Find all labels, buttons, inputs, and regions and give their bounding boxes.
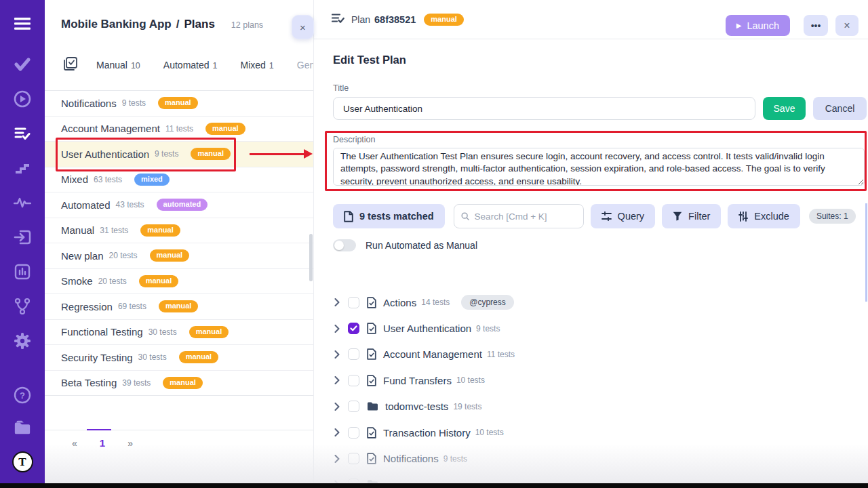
suite-checkbox[interactable] bbox=[348, 375, 359, 386]
status-badge: manual bbox=[140, 224, 180, 237]
exclude-button[interactable]: Exclude bbox=[728, 204, 800, 228]
panel-close-button[interactable]: × bbox=[292, 15, 314, 39]
plan-row-regression[interactable]: Regression 69 tests manual bbox=[45, 294, 313, 320]
suite-row-user-authentication[interactable]: User Authentication 9 tests bbox=[314, 315, 868, 341]
chevron-right-icon[interactable] bbox=[334, 403, 340, 411]
cancel-button[interactable]: Cancel bbox=[813, 97, 867, 120]
file-icon bbox=[367, 323, 376, 334]
help-icon[interactable]: ? bbox=[14, 386, 31, 404]
plan-id: 68f38521 bbox=[374, 14, 416, 25]
left-panel-scrollbar[interactable] bbox=[309, 234, 313, 281]
plans-list-icon[interactable] bbox=[14, 125, 31, 142]
exclude-sliders-icon bbox=[738, 211, 748, 222]
test-filter-bar: 9 tests matched Query Filter Exclude Sui… bbox=[333, 204, 868, 228]
query-sliders-icon bbox=[601, 211, 612, 221]
menu-icon[interactable] bbox=[14, 15, 31, 33]
query-button[interactable]: Query bbox=[591, 204, 656, 228]
plan-row-notifications[interactable]: Notifications 9 tests manual bbox=[45, 91, 313, 117]
suite-checkbox[interactable] bbox=[348, 427, 359, 439]
branch-icon[interactable] bbox=[14, 298, 31, 315]
plan-header-actions: ▶ Launch ••• × bbox=[726, 15, 859, 36]
suite-row-transaction-history[interactable]: Transaction History 10 tests bbox=[314, 420, 868, 445]
form-heading: Edit Test Plan bbox=[333, 54, 868, 66]
plan-row-smoke[interactable]: Smoke 20 tests manual bbox=[45, 269, 313, 295]
suite-row-account-management[interactable]: Account Management 11 tests bbox=[314, 342, 868, 367]
select-plans-icon[interactable] bbox=[64, 57, 77, 73]
plans-breadcrumb: Mobile Banking App / Plans 12 plans bbox=[45, 0, 313, 31]
edit-test-plan-form: Edit Test Plan Title Save Cancel Descrip… bbox=[314, 54, 868, 251]
projects-folder-icon[interactable] bbox=[14, 419, 31, 436]
toggle-label: Run Automated as Manual bbox=[366, 240, 477, 251]
status-badge: manual bbox=[205, 123, 245, 135]
status-badge: manual bbox=[139, 275, 179, 287]
file-icon bbox=[367, 453, 376, 464]
title-input[interactable] bbox=[333, 97, 755, 120]
steps-icon[interactable] bbox=[14, 159, 31, 177]
file-icon bbox=[367, 375, 376, 386]
suite-row-notifications[interactable]: Notifications 9 tests bbox=[314, 445, 868, 471]
suite-checkbox[interactable] bbox=[348, 297, 359, 308]
status-badge: manual bbox=[163, 377, 203, 389]
runs-play-icon[interactable] bbox=[14, 90, 31, 108]
testomat-logo[interactable]: T bbox=[12, 451, 33, 472]
chevron-right-icon[interactable] bbox=[334, 455, 340, 463]
plan-row-functional-testing[interactable]: Functional Testing 30 tests manual bbox=[45, 320, 313, 346]
tests-matched-chip[interactable]: 9 tests matched bbox=[333, 204, 445, 228]
suite-checkbox[interactable] bbox=[348, 401, 359, 412]
suite-row-todomvc-tests[interactable]: todomvc-tests 19 tests bbox=[314, 394, 868, 420]
status-badge: manual bbox=[179, 351, 219, 363]
plan-row-automated[interactable]: Automated 43 tests automated bbox=[45, 192, 313, 218]
pagination-page-1[interactable]: 1 bbox=[100, 437, 105, 449]
tab-automated[interactable]: Automated1 bbox=[163, 60, 218, 70]
chevron-right-icon[interactable] bbox=[334, 298, 340, 306]
plan-row-new-plan[interactable]: New plan 20 tests manual bbox=[45, 243, 313, 269]
suite-checkbox-checked[interactable] bbox=[348, 323, 359, 334]
description-textarea[interactable]: The User Authentication Test Plan ensure… bbox=[333, 148, 865, 186]
plan-row-security-testing[interactable]: Security Testing 30 tests manual bbox=[45, 345, 313, 371]
breadcrumb-separator: / bbox=[176, 18, 180, 31]
import-icon[interactable] bbox=[14, 228, 31, 246]
save-button[interactable]: Save bbox=[763, 97, 806, 120]
analytics-icon[interactable] bbox=[14, 263, 31, 281]
close-plan-button[interactable]: × bbox=[835, 15, 859, 36]
plan-row-beta-testing[interactable]: Beta Testing 39 tests manual bbox=[45, 371, 313, 396]
tab-general[interactable]: General bbox=[297, 60, 313, 70]
tab-manual[interactable]: Manual10 bbox=[96, 60, 140, 70]
chevron-right-icon[interactable] bbox=[334, 350, 340, 359]
tab-mixed[interactable]: Mixed1 bbox=[241, 60, 274, 70]
title-label: Title bbox=[333, 83, 868, 93]
more-options-button[interactable]: ••• bbox=[804, 15, 828, 36]
pagination-prev-button[interactable]: « bbox=[72, 438, 77, 449]
plan-row-account-management[interactable]: Account Management 11 tests manual bbox=[45, 117, 313, 142]
suites-count-badge: Suites: 1 bbox=[809, 209, 856, 224]
plan-row-mixed[interactable]: Mixed 63 tests mixed bbox=[45, 167, 313, 193]
settings-gear-icon[interactable] bbox=[14, 332, 31, 350]
play-icon: ▶ bbox=[736, 22, 742, 29]
plan-row-manual[interactable]: Manual 31 tests manual bbox=[45, 218, 313, 244]
pulse-icon[interactable] bbox=[14, 194, 31, 211]
filter-button[interactable]: Filter bbox=[662, 204, 721, 228]
plan-type-badge: manual bbox=[424, 14, 464, 26]
status-badge: manual bbox=[150, 249, 190, 262]
search-icon bbox=[461, 211, 469, 221]
status-badge: manual bbox=[158, 97, 198, 109]
chevron-right-icon[interactable] bbox=[334, 376, 340, 384]
status-badge: manual bbox=[159, 300, 199, 312]
project-title[interactable]: Mobile Banking App bbox=[61, 18, 172, 31]
plan-row-user-authentication[interactable]: User Authentication 9 tests manual bbox=[45, 142, 313, 167]
tasks-check-icon[interactable] bbox=[14, 56, 31, 73]
suite-row-actions[interactable]: Actions 14 tests @cypress bbox=[314, 289, 868, 315]
run-automated-toggle[interactable] bbox=[333, 239, 356, 251]
right-panel-scrollbar[interactable] bbox=[865, 203, 867, 302]
launch-button[interactable]: ▶ Launch bbox=[726, 15, 790, 36]
search-input[interactable] bbox=[475, 211, 576, 222]
funnel-icon bbox=[673, 211, 682, 221]
folder-icon bbox=[367, 401, 378, 411]
chevron-right-icon[interactable] bbox=[334, 428, 340, 436]
suite-checkbox[interactable] bbox=[348, 453, 359, 464]
suite-row-fund-transfers[interactable]: Fund Transfers 10 tests bbox=[314, 367, 868, 393]
suite-checkbox[interactable] bbox=[348, 348, 359, 360]
chevron-right-icon[interactable] bbox=[334, 325, 340, 333]
pagination-next-button[interactable]: » bbox=[127, 438, 133, 449]
pagination-divider bbox=[45, 430, 313, 430]
